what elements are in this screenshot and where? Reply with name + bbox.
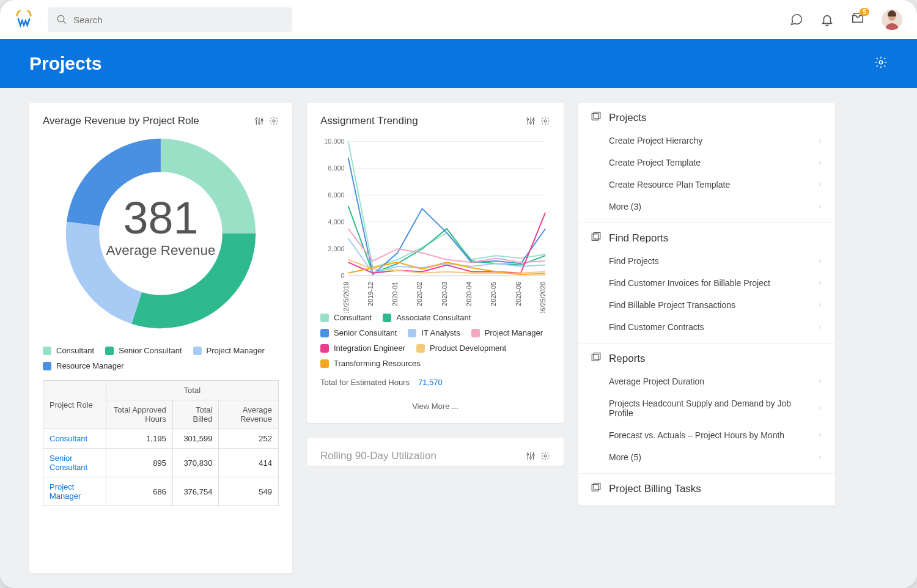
svg-point-53 bbox=[544, 455, 547, 457]
svg-text:2019-12: 2019-12 bbox=[367, 282, 374, 306]
card-title: Rolling 90-Day Utilization bbox=[320, 450, 436, 462]
donut-chart[interactable]: 381 Average Revenue bbox=[43, 136, 279, 331]
legend-item[interactable]: Consultant bbox=[43, 346, 94, 355]
search-icon bbox=[56, 14, 67, 25]
settings-button[interactable] bbox=[874, 56, 888, 72]
settings-sliders-icon[interactable] bbox=[254, 116, 264, 126]
svg-point-51 bbox=[530, 457, 532, 458]
search-box[interactable] bbox=[48, 7, 292, 32]
settings-sliders-icon[interactable] bbox=[526, 451, 536, 461]
role-link[interactable]: Project Manager bbox=[50, 482, 81, 501]
chevron-right-icon bbox=[817, 278, 823, 288]
sidebar-item[interactable]: Create Project Hierarchy bbox=[591, 130, 823, 152]
sidebar-item[interactable]: Forecast vs. Actuals – Project Hours by … bbox=[591, 424, 823, 446]
svg-rect-56 bbox=[592, 234, 598, 241]
svg-text:< 12/25/2019: < 12/25/2019 bbox=[342, 282, 350, 313]
legend-item[interactable]: Senior Consultant bbox=[105, 346, 182, 355]
legend-item[interactable]: Associate Consultant bbox=[383, 313, 471, 322]
sidebar-item[interactable]: Average Project Duration bbox=[591, 370, 823, 392]
card-title: Assignment Trending bbox=[320, 115, 418, 127]
window-icon bbox=[591, 111, 602, 125]
sidebar-item[interactable]: Projects Headcount Supply and Demand by … bbox=[591, 392, 823, 424]
legend-item[interactable]: Resource Manager bbox=[43, 361, 124, 370]
dashboard-content: Average Revenue by Project Role 381 bbox=[0, 88, 917, 588]
chevron-right-icon bbox=[817, 180, 823, 189]
search-input[interactable] bbox=[73, 15, 284, 25]
svg-text:4,000: 4,000 bbox=[328, 218, 344, 226]
sidebar-item[interactable]: Find Customer Invoices for Billable Proj… bbox=[591, 272, 823, 294]
svg-line-1 bbox=[63, 21, 66, 24]
view-more-link[interactable]: View More ... bbox=[320, 402, 550, 411]
legend-item[interactable]: Product Development bbox=[416, 344, 506, 353]
sidebar-item[interactable]: More (3) bbox=[591, 196, 823, 218]
page-title: Projects bbox=[29, 53, 101, 74]
sidebar-item[interactable]: Find Projects bbox=[591, 250, 823, 272]
settings-sliders-icon[interactable] bbox=[526, 116, 536, 126]
svg-rect-57 bbox=[594, 233, 600, 240]
svg-point-11 bbox=[273, 120, 275, 122]
svg-point-24 bbox=[544, 120, 547, 122]
bell-icon[interactable] bbox=[820, 13, 834, 26]
total-estimated: Total for Estimated Hours71,570 bbox=[320, 378, 550, 387]
sidebar-item[interactable]: More (5) bbox=[591, 446, 823, 468]
svg-text:381: 381 bbox=[123, 193, 199, 243]
chevron-right-icon bbox=[817, 322, 823, 332]
sidebar-section-head: Projects bbox=[591, 111, 823, 125]
chevron-right-icon bbox=[817, 300, 823, 310]
gear-icon[interactable] bbox=[269, 116, 279, 126]
svg-point-21 bbox=[527, 119, 529, 120]
legend-item[interactable]: Transforming Resources bbox=[320, 359, 421, 368]
svg-point-52 bbox=[532, 454, 534, 456]
sidebar-item[interactable]: Find Billable Project Transactions bbox=[591, 294, 823, 316]
svg-point-23 bbox=[532, 119, 534, 121]
svg-point-9 bbox=[259, 122, 260, 123]
sidebar-item[interactable]: Create Project Template bbox=[591, 152, 823, 174]
avatar[interactable] bbox=[882, 9, 902, 30]
gear-icon[interactable] bbox=[540, 116, 550, 126]
svg-text:2020-02: 2020-02 bbox=[416, 282, 423, 306]
legend-item[interactable]: Consultant bbox=[320, 313, 372, 322]
window-icon bbox=[591, 482, 602, 496]
svg-text:2020-03: 2020-03 bbox=[441, 282, 448, 306]
legend-item[interactable]: Project Manager bbox=[471, 328, 543, 337]
card-avg-revenue: Average Revenue by Project Role 381 bbox=[29, 103, 292, 573]
legend-item[interactable]: IT Analysts bbox=[408, 328, 460, 337]
legend-item[interactable]: Senior Consultant bbox=[320, 328, 397, 337]
workday-logo[interactable] bbox=[15, 10, 33, 29]
svg-text:8,000: 8,000 bbox=[328, 164, 344, 172]
svg-text:2020-05: 2020-05 bbox=[490, 282, 497, 306]
svg-text:2020-04: 2020-04 bbox=[465, 282, 473, 306]
gear-icon[interactable] bbox=[540, 451, 550, 461]
sidebar-section-head: Find Reports bbox=[591, 232, 823, 245]
sidebar-item[interactable]: Find Customer Contracts bbox=[591, 316, 823, 338]
chat-icon[interactable] bbox=[790, 13, 803, 26]
legend-item[interactable]: Project Manager bbox=[193, 346, 265, 355]
card-assignment-trending: Assignment Trending 02,0004,0006,0008,00… bbox=[307, 103, 564, 423]
role-link[interactable]: Consultant bbox=[50, 434, 87, 443]
chevron-right-icon bbox=[817, 158, 823, 167]
sidebar-section: Project Billing Tasks bbox=[578, 474, 835, 505]
sidebar-item[interactable]: Create Resource Plan Template bbox=[591, 174, 823, 196]
sidebar-section: ProjectsCreate Project HierarchyCreate P… bbox=[578, 103, 835, 223]
inbox-icon[interactable]: 5 bbox=[851, 12, 864, 28]
top-bar: 5 bbox=[0, 0, 917, 39]
svg-point-0 bbox=[57, 15, 64, 22]
sidebar-menu: ProjectsCreate Project HierarchyCreate P… bbox=[578, 103, 835, 505]
chevron-right-icon bbox=[817, 452, 823, 462]
sidebar-section: Find ReportsFind ProjectsFind Customer I… bbox=[578, 223, 835, 344]
svg-text:Average Revenue: Average Revenue bbox=[106, 243, 216, 258]
svg-point-22 bbox=[530, 122, 532, 123]
donut-legend: Consultant Senior Consultant Project Man… bbox=[43, 346, 279, 370]
line-chart[interactable]: 02,0004,0006,0008,00010,000< 12/25/20192… bbox=[320, 136, 550, 313]
svg-rect-61 bbox=[594, 483, 600, 490]
role-link[interactable]: Senior Consultant bbox=[50, 454, 87, 472]
legend-item[interactable]: Integration Engineer bbox=[320, 344, 405, 353]
svg-text:0: 0 bbox=[341, 272, 345, 279]
table-row: Consultant 1,195 301,599 252 bbox=[43, 429, 279, 449]
role-table: Project RoleTotal Total Approved Hours T… bbox=[43, 380, 279, 506]
svg-point-4 bbox=[879, 61, 883, 64]
chevron-right-icon bbox=[817, 256, 823, 266]
sidebar-section-title: Reports bbox=[609, 353, 646, 365]
inbox-badge: 5 bbox=[860, 8, 869, 16]
card-utilization: Rolling 90-Day Utilization bbox=[307, 438, 564, 466]
